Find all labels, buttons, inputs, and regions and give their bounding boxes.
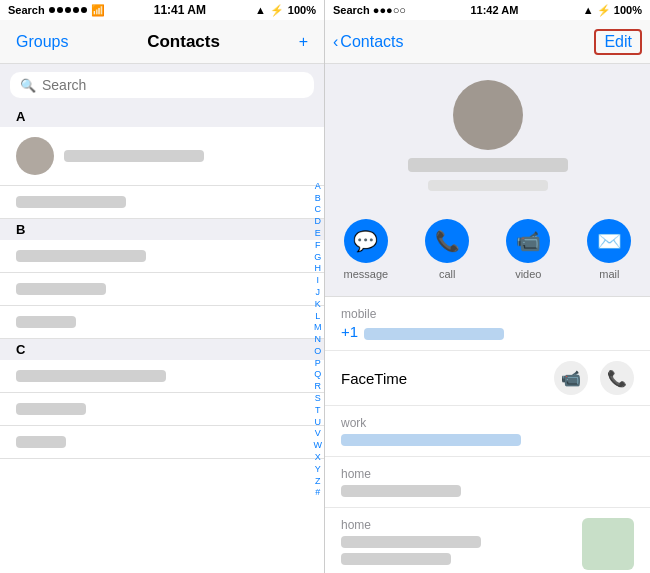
- video-icon: 📹: [516, 229, 541, 253]
- index-g[interactable]: G: [314, 252, 323, 263]
- back-label: Contacts: [340, 33, 403, 51]
- back-button[interactable]: ‹ Contacts: [333, 33, 403, 51]
- video-action: 📹 video: [506, 219, 550, 280]
- edit-button[interactable]: Edit: [594, 29, 642, 55]
- left-status-bar: Search 📶 11:41 AM ▲ ⚡ 100%: [0, 0, 324, 20]
- map-thumbnail[interactable]: [582, 518, 634, 570]
- contact-name-bar: [16, 436, 66, 448]
- list-item[interactable]: [0, 127, 324, 186]
- contact-name-bar: [64, 150, 204, 162]
- index-k[interactable]: K: [314, 299, 323, 310]
- add-contact-button[interactable]: +: [299, 33, 308, 51]
- facetime-video-button[interactable]: 📹: [554, 361, 588, 395]
- groups-button[interactable]: Groups: [16, 33, 68, 51]
- mail-action: ✉️ mail: [587, 219, 631, 280]
- call-button[interactable]: 📞: [425, 219, 469, 263]
- index-p[interactable]: P: [314, 358, 323, 369]
- index-hash[interactable]: #: [314, 487, 323, 498]
- home-address-label: home: [341, 518, 572, 532]
- index-m[interactable]: M: [314, 322, 323, 333]
- dot4: [73, 7, 79, 13]
- battery-label-right: 100%: [614, 4, 642, 16]
- index-x[interactable]: X: [314, 452, 323, 463]
- facetime-field: FaceTime 📹 📞: [325, 351, 650, 406]
- contact-name-block: [16, 436, 308, 448]
- index-c[interactable]: C: [314, 204, 323, 215]
- facetime-phone-icon: 📞: [607, 369, 627, 388]
- section-header-c: C: [0, 339, 324, 360]
- list-item[interactable]: [0, 393, 324, 426]
- mobile-label: mobile: [341, 307, 634, 321]
- chevron-left-icon: ‹: [333, 33, 338, 51]
- list-item[interactable]: [0, 426, 324, 459]
- contacts-title: Contacts: [147, 32, 220, 52]
- location-icon-right: ▲: [583, 4, 594, 16]
- index-a[interactable]: A: [314, 181, 323, 192]
- right-battery-area: ▲ ⚡ 100%: [583, 4, 642, 17]
- right-app-name: Search ●●●○○: [333, 4, 406, 16]
- index-v[interactable]: V: [314, 428, 323, 439]
- bluetooth-icon: ⚡: [270, 4, 284, 17]
- index-r[interactable]: R: [314, 381, 323, 392]
- index-y[interactable]: Y: [314, 464, 323, 475]
- home-email-label: home: [341, 467, 634, 481]
- contact-name-block: [16, 283, 308, 295]
- status-app-name: Search 📶: [8, 4, 105, 17]
- search-input-wrapper[interactable]: 🔍: [10, 72, 314, 98]
- contact-detail-name-bar: [408, 158, 568, 172]
- contact-name-bar: [16, 403, 86, 415]
- list-item[interactable]: [0, 273, 324, 306]
- contact-name-bar: [16, 250, 146, 262]
- work-label: work: [341, 416, 634, 430]
- search-bar: 🔍: [0, 64, 324, 106]
- video-button[interactable]: 📹: [506, 219, 550, 263]
- facetime-icons: 📹 📞: [554, 361, 634, 395]
- search-input[interactable]: [42, 77, 304, 93]
- index-s[interactable]: S: [314, 393, 323, 404]
- list-item[interactable]: [0, 360, 324, 393]
- contact-name-block: [16, 250, 308, 262]
- video-label: video: [515, 268, 541, 280]
- avatar: [16, 137, 54, 175]
- call-label: call: [439, 268, 456, 280]
- dot5: [81, 7, 87, 13]
- contact-name-bar: [16, 283, 106, 295]
- contact-detail-panel: Search ●●●○○ 11:42 AM ▲ ⚡ 100% ‹ Contact…: [325, 0, 650, 573]
- contacts-list-panel: Search 📶 11:41 AM ▲ ⚡ 100% Groups Contac…: [0, 0, 325, 573]
- home-email-field: home: [325, 457, 650, 508]
- message-action: 💬 message: [344, 219, 389, 280]
- index-l[interactable]: L: [314, 311, 323, 322]
- index-b[interactable]: B: [314, 193, 323, 204]
- search-app-label: Search: [8, 4, 45, 16]
- contact-detail-phone-bar: [428, 180, 548, 191]
- index-o[interactable]: O: [314, 346, 323, 357]
- message-label: message: [344, 268, 389, 280]
- work-field: work: [325, 406, 650, 457]
- dot3: [65, 7, 71, 13]
- index-t[interactable]: T: [314, 405, 323, 416]
- index-e[interactable]: E: [314, 228, 323, 239]
- search-icon: 🔍: [20, 78, 36, 93]
- message-button[interactable]: 💬: [344, 219, 388, 263]
- index-j[interactable]: J: [314, 287, 323, 298]
- section-header-a: A: [0, 106, 324, 127]
- mail-button[interactable]: ✉️: [587, 219, 631, 263]
- index-n[interactable]: N: [314, 334, 323, 345]
- index-w[interactable]: W: [314, 440, 323, 451]
- index-d[interactable]: D: [314, 216, 323, 227]
- index-i[interactable]: I: [314, 275, 323, 286]
- call-icon: 📞: [435, 229, 460, 253]
- work-value-bar: [341, 434, 521, 446]
- list-item[interactable]: [0, 306, 324, 339]
- right-nav-bar: ‹ Contacts Edit: [325, 20, 650, 64]
- right-status-bar: Search ●●●○○ 11:42 AM ▲ ⚡ 100%: [325, 0, 650, 20]
- index-f[interactable]: F: [314, 240, 323, 251]
- list-item[interactable]: [0, 186, 324, 219]
- index-u[interactable]: U: [314, 417, 323, 428]
- index-z[interactable]: Z: [314, 476, 323, 487]
- index-q[interactable]: Q: [314, 369, 323, 380]
- facetime-call-button[interactable]: 📞: [600, 361, 634, 395]
- list-item[interactable]: [0, 240, 324, 273]
- index-h[interactable]: H: [314, 263, 323, 274]
- wifi-icon: 📶: [91, 4, 105, 17]
